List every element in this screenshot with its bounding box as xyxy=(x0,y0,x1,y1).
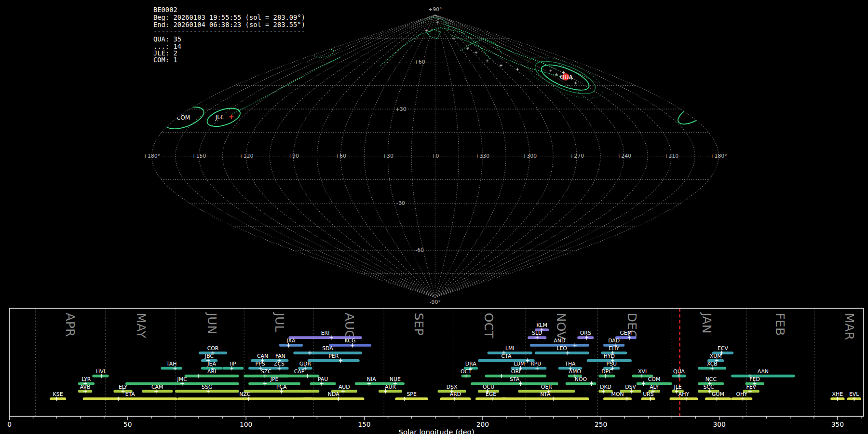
shower-code-label: XVI xyxy=(638,368,647,375)
radiant-drift-track xyxy=(232,57,340,114)
month-label: NOV xyxy=(554,313,568,340)
shower-code-label: AHY xyxy=(678,391,690,397)
shower-code-label: AUD xyxy=(339,384,350,390)
meridian-line xyxy=(435,15,648,297)
tick-label: 200 xyxy=(476,420,489,428)
month-label: JUL xyxy=(272,312,286,332)
shower-code-label: JMC xyxy=(177,376,188,382)
shower-code-label: HYD xyxy=(604,353,615,359)
month-label: MAY xyxy=(134,313,148,339)
activity-bar xyxy=(669,397,698,400)
activity-bar xyxy=(329,344,371,347)
shower-code-label: STA xyxy=(510,376,520,382)
shower-code-label: HVI xyxy=(96,368,105,375)
shower-code-label: DAD xyxy=(608,338,620,344)
longitude-label: +210 xyxy=(664,153,678,159)
shower-code-label: EGE xyxy=(486,391,496,397)
month-label: AUG xyxy=(342,313,356,339)
latitude-label: +60 xyxy=(414,59,425,65)
begin-time-line: Beg: 20260103 19:55:55 (sol = 283.09°) xyxy=(153,14,305,21)
shower-code-label: NZC xyxy=(239,391,251,397)
plot-canvas: +180°+150+120+90+60+30+0+330+300+270+240… xyxy=(0,0,868,434)
shower-code-label: SCC xyxy=(703,384,714,390)
tick-label: 250 xyxy=(595,420,607,428)
activity-bar xyxy=(83,397,177,400)
count-com: COM: 1 xyxy=(153,56,177,64)
shower-code-label: LMI xyxy=(505,345,515,352)
shower-code-label: PSU xyxy=(607,361,617,367)
shower-contour xyxy=(675,100,711,128)
shower-code-label: AAN xyxy=(758,368,769,375)
longitude-label: +300 xyxy=(522,153,537,159)
activity-bar xyxy=(279,375,319,378)
shower-code-label: SDA xyxy=(322,345,333,352)
shower-code-label: ECV xyxy=(718,345,728,352)
x-axis-title: Solar longitude (deg) xyxy=(398,428,474,434)
observation-header: BE0002 Beg: 20260103 19:55:55 (sol = 283… xyxy=(153,6,305,63)
shower-code-label: NTA xyxy=(540,391,551,397)
latitude-label: +30 xyxy=(395,106,407,112)
shower-code-label: PCA xyxy=(276,384,287,390)
activity-bar xyxy=(502,397,589,400)
shower-code-label: JXA xyxy=(286,338,296,344)
activity-bar xyxy=(185,375,239,378)
shower-code-label: KSE xyxy=(53,391,63,397)
shower-code-label: MON xyxy=(611,391,624,397)
shower-code-label: ORS xyxy=(580,330,591,336)
shower-code-label: SZC xyxy=(261,368,271,375)
meridian-line xyxy=(388,15,435,297)
tick-label: 350 xyxy=(831,420,844,428)
activity-bar xyxy=(641,397,655,400)
shower-code-label: DRA xyxy=(465,361,477,367)
latitude-label: -30 xyxy=(396,200,405,206)
shower-code-label: OHY xyxy=(736,391,747,397)
latitude-label: -90° xyxy=(430,299,441,305)
shower-code-label: QUA xyxy=(673,368,685,375)
shower-code-label: CAN xyxy=(257,353,268,359)
shower-code-label: DKD xyxy=(600,384,611,390)
shower-code-label: JBC xyxy=(204,353,214,359)
activity-timeline: APRMAYJUNJULAUGSEPOCTNOVDECJANFEBMARKLME… xyxy=(7,308,864,434)
shower-code-label: PPS xyxy=(256,361,265,367)
month-label: FEB xyxy=(773,313,787,336)
meteor-activity-screen: +180°+150+120+90+60+30+0+330+300+270+240… xyxy=(0,0,868,434)
shower-code-label: SLD xyxy=(532,330,542,336)
activity-bar xyxy=(279,344,303,347)
longitude-label: +270 xyxy=(570,153,584,159)
longitude-label: +240 xyxy=(617,153,631,159)
shower-code-label: SPE xyxy=(407,391,416,397)
shower-code-label: NOO xyxy=(575,376,587,382)
longitude-label: +150 xyxy=(192,153,206,159)
activity-bar xyxy=(161,367,182,370)
tick-label: 300 xyxy=(713,420,725,428)
shower-code-label: THA xyxy=(564,361,576,367)
shower-code-label: ALY xyxy=(650,384,659,390)
shower-code-label: EHY xyxy=(609,345,619,352)
activity-bar xyxy=(293,352,362,354)
shower-code-label: OCT xyxy=(461,368,472,375)
station-id: BE0002 xyxy=(153,6,177,14)
shower-code-label: GEM xyxy=(620,330,632,336)
shower-code-label: OCU xyxy=(483,384,494,390)
activity-bar xyxy=(355,382,388,385)
radiant-drift-track xyxy=(450,35,562,77)
shower-code-label: AVB xyxy=(80,384,91,390)
month-label: JAN xyxy=(700,312,714,334)
month-label: APR xyxy=(63,313,77,337)
latitude-label: +90° xyxy=(428,6,442,13)
shower-code-label: PER xyxy=(328,353,339,359)
shower-code-label: COR xyxy=(207,345,219,352)
shower-map-label: QUA xyxy=(560,74,573,81)
shower-code-label: LEO xyxy=(556,345,567,352)
tick-label: 100 xyxy=(240,420,252,428)
tick-label: 150 xyxy=(358,420,370,428)
sky-map: +180°+150+120+90+60+30+0+330+300+270+240… xyxy=(143,6,727,305)
shower-code-label: FEV xyxy=(746,384,756,390)
shower-code-label: LYR xyxy=(82,376,91,382)
shower-code-label: XUM xyxy=(710,353,722,359)
shower-code-label: XCB xyxy=(707,361,718,367)
shower-code-label: JPE xyxy=(270,376,279,382)
shower-code-label: ORI xyxy=(511,368,520,375)
shower-code-label: NIA xyxy=(367,376,376,382)
shower-code-label: RPU xyxy=(530,361,541,367)
